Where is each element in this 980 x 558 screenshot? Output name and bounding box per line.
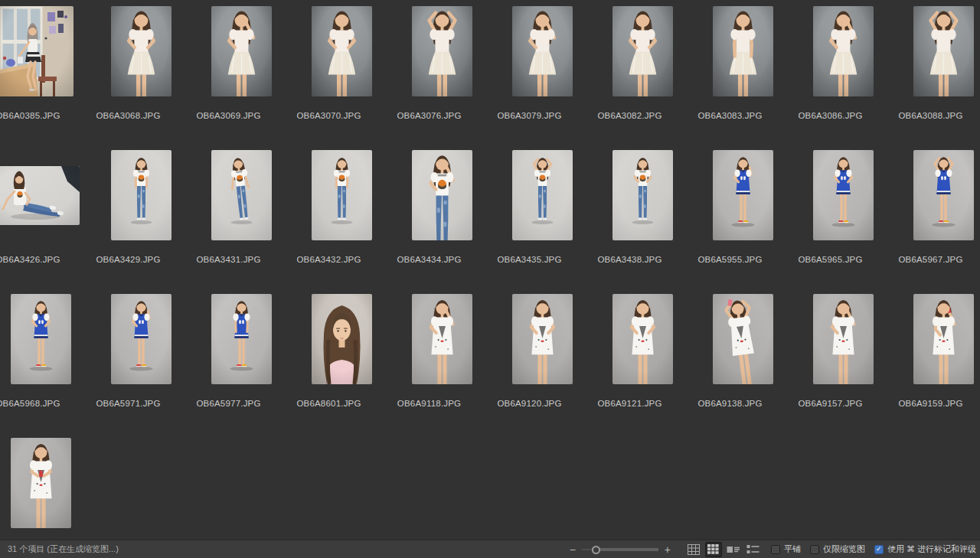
checkbox-2[interactable]: ✓使用 ⌘ 进行标记和评级 xyxy=(874,543,976,555)
photo-thumbnail[interactable] xyxy=(913,6,974,96)
photo-item[interactable]: OB6A9157.JPG xyxy=(793,294,893,432)
zoom-in-button[interactable]: + xyxy=(662,544,673,555)
checkbox-0[interactable]: 平铺 xyxy=(771,543,801,555)
photo-thumbnail[interactable] xyxy=(612,150,673,240)
photo-item[interactable]: OB6A5955.JPG xyxy=(693,150,793,288)
photo-image xyxy=(312,294,372,384)
unchecked-checkbox-icon[interactable] xyxy=(810,545,819,554)
photo-image xyxy=(0,6,74,96)
photo-thumbnail[interactable] xyxy=(813,150,874,240)
photo-filename: OB6A5955.JPG xyxy=(697,255,762,264)
photo-filename: OB6A9157.JPG xyxy=(798,399,862,408)
photo-item[interactable]: OB6A3086.JPG xyxy=(793,6,893,144)
photo-thumbnail[interactable] xyxy=(0,150,80,240)
photo-thumbnail[interactable] xyxy=(512,150,573,240)
photo-item[interactable]: OB6A3426.JPG xyxy=(0,150,91,288)
photo-item[interactable]: OB6A3068.JPG xyxy=(91,6,191,144)
photo-thumbnail[interactable] xyxy=(312,150,372,240)
photo-image xyxy=(412,150,472,240)
photo-image xyxy=(512,150,573,240)
photo-item[interactable]: OB6A3079.JPG xyxy=(492,6,593,144)
photo-thumbnail[interactable] xyxy=(211,6,272,96)
photo-item[interactable]: OB6A3429.JPG xyxy=(91,150,191,288)
photo-item[interactable]: OB6A3069.JPG xyxy=(191,6,292,144)
photo-thumbnail[interactable] xyxy=(111,294,172,384)
photo-filename: OB6A3076.JPG xyxy=(397,111,461,120)
photo-thumbnail[interactable] xyxy=(813,6,874,96)
unchecked-checkbox-icon[interactable] xyxy=(771,545,780,554)
photo-thumbnail[interactable] xyxy=(713,294,773,384)
photo-image xyxy=(11,294,71,384)
photo-item[interactable]: OB6A9118.JPG xyxy=(392,294,492,432)
zoom-out-button[interactable]: − xyxy=(567,544,578,555)
list-view-button[interactable] xyxy=(745,542,762,557)
photo-thumbnail[interactable] xyxy=(211,150,272,240)
photo-thumbnail[interactable] xyxy=(412,294,472,384)
photo-image xyxy=(412,6,472,96)
thumbnail-view-button[interactable] xyxy=(705,542,722,557)
photo-item[interactable]: OB6A8601.JPG xyxy=(292,294,392,432)
photo-thumbnail[interactable] xyxy=(312,294,372,384)
photo-image xyxy=(913,150,974,240)
photo-thumbnail[interactable] xyxy=(412,150,472,240)
photo-item[interactable]: OB6A9159.JPG xyxy=(893,294,980,432)
photo-item[interactable]: OB6A3432.JPG xyxy=(292,150,392,288)
details-view-button[interactable] xyxy=(725,542,742,557)
photo-thumbnail[interactable] xyxy=(111,150,172,240)
photo-item[interactable]: OB6A5967.JPG xyxy=(893,150,980,288)
photo-thumbnail[interactable] xyxy=(512,294,573,384)
checkbox-label[interactable]: 使用 ⌘ 进行标记和评级 xyxy=(887,543,976,555)
slider-handle[interactable] xyxy=(592,546,600,554)
photo-thumbnail[interactable] xyxy=(913,294,974,384)
photo-item[interactable]: OB6A9120.JPG xyxy=(492,294,593,432)
photo-item[interactable]: OB6A5965.JPG xyxy=(793,150,893,288)
photo-thumbnail[interactable] xyxy=(813,294,874,384)
photo-item[interactable]: OB6A3438.JPG xyxy=(593,150,693,288)
details-view-icon xyxy=(727,545,740,554)
photo-thumbnail[interactable] xyxy=(11,438,71,528)
photo-thumbnail[interactable] xyxy=(913,150,974,240)
photo-filename: OB6A3088.JPG xyxy=(898,111,962,120)
photo-thumbnail[interactable] xyxy=(713,6,773,96)
photo-filename: OB6A3069.JPG xyxy=(196,111,260,120)
photo-thumbnail[interactable] xyxy=(111,6,172,96)
photo-item[interactable]: OB6A3431.JPG xyxy=(191,150,292,288)
photo-filename: OB6A9118.JPG xyxy=(397,399,461,408)
photo-item[interactable]: OB6A3088.JPG xyxy=(893,6,980,144)
photo-thumbnail[interactable] xyxy=(11,294,71,384)
photo-filename: OB6A3083.JPG xyxy=(697,111,762,120)
photo-item[interactable]: OB6A5971.JPG xyxy=(91,294,191,432)
photo-item[interactable]: OB6A5977.JPG xyxy=(191,294,292,432)
photo-thumbnail[interactable] xyxy=(0,6,74,96)
checkbox-1[interactable]: 仅限缩览图 xyxy=(810,543,865,555)
photo-item[interactable]: OB6A3082.JPG xyxy=(593,6,693,144)
view-mode-buttons xyxy=(673,542,762,557)
photo-thumbnail[interactable] xyxy=(612,294,673,384)
photo-item[interactable]: OB6A5968.JPG xyxy=(0,294,91,432)
photo-item[interactable]: OB6A3070.JPG xyxy=(292,6,392,144)
item-count-status: 31 个项目 (正在生成缩览图...) xyxy=(0,543,119,555)
checkbox-label[interactable]: 平铺 xyxy=(784,543,801,555)
photo-item[interactable]: OB6A0385.JPG xyxy=(0,6,91,144)
photo-thumbnail[interactable] xyxy=(312,6,372,96)
photo-thumbnail[interactable] xyxy=(612,6,673,96)
photo-item[interactable]: OB6A3083.JPG xyxy=(693,6,793,144)
photo-thumbnail[interactable] xyxy=(211,294,272,384)
thumbnail-size-slider[interactable] xyxy=(582,544,658,555)
photo-item[interactable]: OB6A3435.JPG xyxy=(492,150,593,288)
app-window: OB6A0385.JPG OB6A3068.JPG OB6A3069.JPG O… xyxy=(0,0,980,558)
photo-image xyxy=(11,438,71,528)
photo-thumbnail[interactable] xyxy=(412,6,472,96)
grid-view-button[interactable] xyxy=(685,542,702,557)
thumbnail-row: OB6A3426.JPG OB6A3429.JPG OB6A3431.JPG O… xyxy=(0,144,980,288)
checked-checkbox-icon[interactable]: ✓ xyxy=(874,545,884,554)
photo-filename: OB6A3438.JPG xyxy=(597,255,662,264)
photo-item[interactable]: OB6A3076.JPG xyxy=(392,6,492,144)
photo-item[interactable]: OB6A9121.JPG xyxy=(593,294,693,432)
checkbox-label[interactable]: 仅限缩览图 xyxy=(823,543,865,555)
photo-thumbnail[interactable] xyxy=(512,6,573,96)
photo-thumbnail[interactable] xyxy=(713,150,773,240)
photo-image xyxy=(813,6,874,96)
photo-item[interactable]: OB6A3434.JPG xyxy=(392,150,492,288)
photo-item[interactable]: OB6A9138.JPG xyxy=(693,294,793,432)
